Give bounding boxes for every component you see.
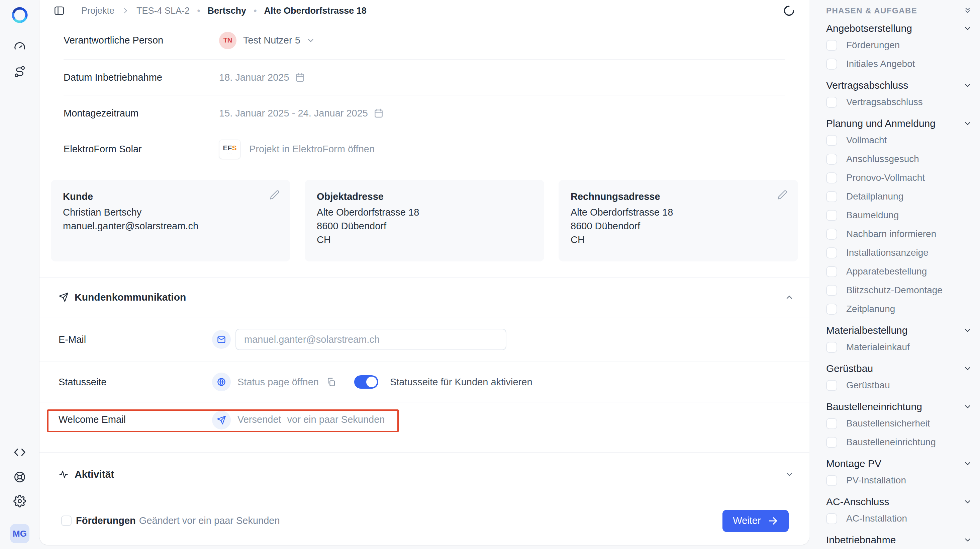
help-lifebuoy-icon[interactable]	[13, 471, 26, 484]
breadcrumb-projects[interactable]: Projekte	[81, 6, 115, 16]
edit-pencil-icon[interactable]	[777, 190, 788, 200]
elektroform-logo: EFS ...	[219, 140, 240, 159]
task-checkbox[interactable]	[826, 229, 837, 240]
elektroform-open-link[interactable]: EFS ... Projekt in ElektroForm öffnen	[219, 140, 785, 159]
footer-task-meta: Geändert vor ein paar Sekunden	[139, 515, 280, 526]
phase-header-montage-pv[interactable]: Montage PV	[826, 456, 972, 471]
task-row: Anschlussgesuch	[826, 150, 972, 168]
task-checkbox[interactable]	[826, 303, 837, 315]
task-label: Baumeldung	[846, 210, 899, 220]
weiter-button[interactable]: Weiter	[722, 510, 789, 532]
settings-gear-icon[interactable]	[13, 495, 26, 508]
date-range-value: 15. Januar 2025 - 24. Januar 2025	[219, 108, 368, 119]
task-row: Gerüstbau	[826, 376, 972, 395]
chevron-down-icon	[963, 364, 972, 373]
task-row: Vollmacht	[826, 131, 972, 150]
task-checkbox[interactable]	[826, 247, 837, 259]
address-line: CH	[571, 233, 786, 247]
phase-header-baustelleneinrichtung[interactable]: Baustelleneinrichtung	[826, 399, 972, 414]
main-content: Projekte TES-4 SLA-2 • Bertschy • Alte O…	[40, 0, 810, 545]
arrow-right-icon	[768, 515, 778, 526]
phase-header-angebotserstellung[interactable]: Angebotserstellung	[826, 21, 972, 36]
task-row: Nachbarn informieren	[826, 225, 972, 243]
email-label: E-Mail	[59, 334, 212, 345]
commissioning-date-picker[interactable]: 18. Januar 2025	[219, 72, 785, 83]
phase-name: Inbetriebnahme	[826, 534, 896, 546]
status-page-toggle[interactable]	[354, 375, 378, 389]
phase-header-ac-anschluss[interactable]: AC-Anschluss	[826, 495, 972, 509]
task-checkbox[interactable]	[826, 266, 837, 277]
responsible-person-select[interactable]: TN Test Nutzer 5	[219, 32, 785, 49]
task-checkbox[interactable]	[826, 210, 837, 221]
task-checkbox[interactable]	[826, 40, 837, 51]
task-checkbox[interactable]	[826, 418, 837, 429]
sidebar-toggle-icon[interactable]	[54, 5, 65, 16]
phase-header-materialbestellung[interactable]: Materialbestellung	[826, 323, 972, 338]
task-row: Apparatebestellung	[826, 262, 972, 281]
task-row: PV-Installation	[826, 471, 972, 490]
user-avatar[interactable]: MG	[10, 524, 29, 543]
chevron-up-icon[interactable]	[785, 292, 794, 302]
email-input[interactable]	[235, 329, 506, 350]
foerderungen-checkbox[interactable]	[61, 515, 72, 526]
phase-header-planung-und-anmeldung[interactable]: Planung und Anmeldung	[826, 116, 972, 131]
task-checkbox[interactable]	[826, 172, 837, 184]
installation-period-picker[interactable]: 15. Januar 2025 - 24. Januar 2025	[219, 108, 785, 119]
phase-header-vertragsabschluss[interactable]: Vertragsabschluss	[826, 78, 972, 93]
task-checkbox[interactable]	[826, 59, 837, 70]
field-label: ElektroForm Solar	[64, 144, 219, 155]
chevron-down-icon	[963, 119, 972, 128]
task-checkbox[interactable]	[826, 285, 837, 296]
task-checkbox[interactable]	[826, 437, 837, 448]
phase-name: Baustelleneinrichtung	[826, 401, 922, 412]
breadcrumb-customer[interactable]: Bertschy	[208, 6, 247, 16]
chevrons-down-icon[interactable]	[963, 6, 972, 15]
task-row: Blitzschutz-Demontage	[826, 281, 972, 300]
dashboard-gauge-icon[interactable]	[13, 40, 26, 53]
chevron-down-icon[interactable]	[785, 470, 794, 479]
developer-code-icon[interactable]	[13, 446, 26, 459]
field-row-responsible: Verantwortliche Person TN Test Nutzer 5	[64, 21, 785, 60]
activity-title: Aktivität	[75, 469, 114, 480]
welcome-email-row: Welcome Email Versendet vor ein paar Sek…	[40, 402, 810, 452]
customer-name: Christian Bertschy	[63, 206, 278, 219]
status-page-row: Statusseite Status page öffnen Statussei…	[40, 362, 810, 402]
section-title: Kundenkommunikation	[75, 292, 186, 303]
task-checkbox[interactable]	[826, 191, 837, 202]
breadcrumb-address[interactable]: Alte Oberdorfstrasse 18	[264, 6, 367, 16]
phase-header-inbetriebnahme[interactable]: Inbetriebnahme	[826, 533, 972, 547]
date-value: 18. Januar 2025	[219, 72, 289, 83]
app-logo-icon[interactable]	[10, 6, 29, 24]
card-title: Kunde	[63, 191, 278, 202]
task-row: Materialeinkauf	[826, 338, 972, 356]
task-checkbox[interactable]	[826, 342, 837, 353]
task-checkbox[interactable]	[826, 97, 837, 108]
footer-bar: Förderungen Geändert vor ein paar Sekund…	[40, 496, 810, 545]
breadcrumb-project-id[interactable]: TES-4 SLA-2	[137, 6, 189, 16]
task-label: Installationsanzeige	[846, 247, 929, 258]
responsible-person-name: Test Nutzer 5	[243, 35, 301, 46]
open-status-page-link[interactable]: Status page öffnen	[237, 377, 319, 388]
customer-email: manuel.ganter@solarstream.ch	[63, 219, 278, 233]
avatar: TN	[219, 32, 237, 49]
task-checkbox[interactable]	[826, 475, 837, 486]
activity-section[interactable]: Aktivität	[40, 452, 810, 496]
toggle-knob	[366, 377, 377, 387]
welcome-email-label: Welcome Email	[59, 414, 212, 425]
task-label: Gerüstbau	[846, 380, 890, 391]
task-row: Förderungen	[826, 36, 972, 54]
task-label: Baustellensicherheit	[846, 418, 930, 429]
chevron-down-icon	[963, 459, 972, 468]
communication-header[interactable]: Kundenkommunikation	[40, 278, 810, 318]
edit-pencil-icon[interactable]	[270, 190, 280, 200]
task-checkbox[interactable]	[826, 135, 837, 146]
task-checkbox[interactable]	[826, 154, 837, 165]
elektroform-link-text: Projekt in ElektroForm öffnen	[249, 144, 375, 155]
projects-route-icon[interactable]	[13, 65, 26, 78]
task-checkbox[interactable]	[826, 380, 837, 391]
copy-icon[interactable]	[326, 377, 336, 387]
phase-header-geruestbau[interactable]: Gerüstbau	[826, 361, 972, 376]
breadcrumb-dot: •	[253, 6, 256, 16]
task-checkbox[interactable]	[826, 513, 837, 524]
address-line: 8600 Dübendorf	[317, 219, 532, 233]
